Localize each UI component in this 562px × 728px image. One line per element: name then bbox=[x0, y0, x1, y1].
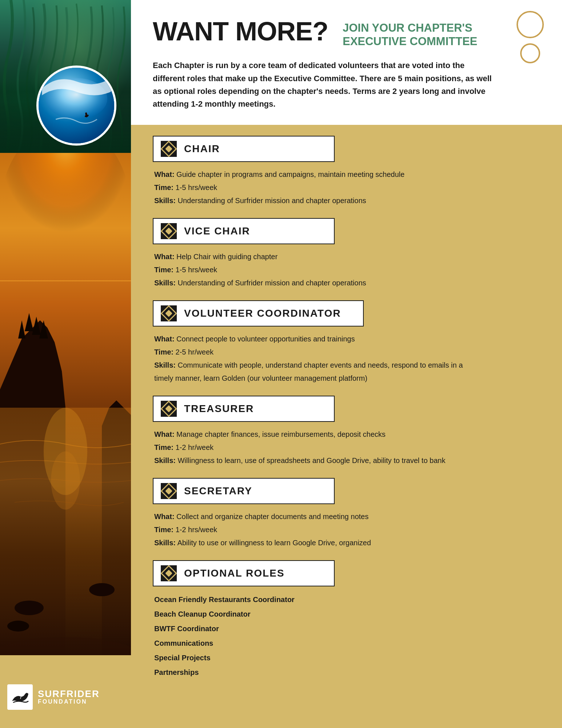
left-photo-panel: SURFRIDER FOUNDATION bbox=[0, 0, 131, 728]
role-treasurer-section: TREASURER What: Manage chapter finances,… bbox=[153, 396, 540, 467]
role-chair-header: CHAIR bbox=[153, 136, 335, 162]
role-vicechair-section: VICE CHAIR What: Help Chair with guiding… bbox=[153, 218, 540, 289]
role-optional-header: OPTIONAL ROLES bbox=[153, 560, 335, 586]
role-treasurer-skills-text: Willingness to learn, use of spreadsheet… bbox=[178, 456, 445, 464]
optional-role-4: Communications bbox=[154, 636, 540, 650]
title-sub-block: JOIN YOUR CHAPTER'S EXECUTIVE COMMITTEE bbox=[343, 18, 477, 48]
wave-circle-photo bbox=[36, 66, 116, 146]
role-chair-time: Time: 1-5 hrs/week bbox=[154, 181, 540, 194]
what-label: What: bbox=[154, 170, 175, 178]
role-vicechair-what-text: Help Chair with guiding chapter bbox=[176, 253, 278, 261]
role-secretary-header: SECRETARY bbox=[153, 478, 335, 504]
role-optional-section: OPTIONAL ROLES Ocean Friendly Restaurant… bbox=[153, 560, 540, 680]
logo-surfrider-text: SURFRIDER bbox=[38, 689, 100, 699]
role-secretary-skills-text: Ability to use or willingness to learn G… bbox=[177, 539, 371, 547]
role-vicechair-title: VICE CHAIR bbox=[184, 225, 250, 237]
svg-point-18 bbox=[7, 621, 29, 632]
optional-roles-list: Ocean Friendly Restaurants Coordinator B… bbox=[153, 592, 540, 680]
header-row: WANT MORE? JOIN YOUR CHAPTER'S EXECUTIVE… bbox=[153, 18, 540, 48]
role-treasurer-header: TREASURER bbox=[153, 396, 335, 422]
role-secretary-details: What: Collect and organize chapter docum… bbox=[153, 510, 540, 549]
role-chair-icon bbox=[161, 141, 177, 157]
role-volcoord-what-text: Connect people to volunteer opportunitie… bbox=[176, 335, 355, 343]
role-vicechair-skills-text: Understanding of Surfrider mission and c… bbox=[178, 279, 366, 287]
role-secretary-title: SECRETARY bbox=[184, 485, 252, 497]
role-vicechair-details: What: Help Chair with guiding chapter Ti… bbox=[153, 250, 540, 289]
role-secretary-section: SECRETARY What: Collect and organize cha… bbox=[153, 478, 540, 549]
sunset-background bbox=[0, 153, 131, 655]
svg-point-17 bbox=[15, 601, 44, 615]
intro-text: Each Chapter is run by a core team of de… bbox=[153, 59, 498, 110]
role-secretary-what-text: Collect and organize chapter documents a… bbox=[176, 513, 368, 521]
role-vicechair-time-text: 1-5 hrs/week bbox=[176, 266, 218, 274]
role-treasurer-details: What: Manage chapter finances, issue rei… bbox=[153, 428, 540, 467]
role-optional-title: OPTIONAL ROLES bbox=[184, 567, 284, 579]
optional-role-2: Beach Cleanup Coordinator bbox=[154, 607, 540, 621]
circle-decoration-2 bbox=[520, 43, 540, 63]
circle-decoration-1 bbox=[517, 11, 544, 38]
role-volcoord-header: VOLUNTEER COORDINATOR bbox=[153, 300, 364, 327]
role-treasurer-title: TREASURER bbox=[184, 403, 254, 415]
surfrider-logo-area: SURFRIDER FOUNDATION bbox=[7, 684, 100, 710]
role-chair-time-text: 1-5 hrs/week bbox=[176, 183, 218, 191]
role-secretary-time-text: 1-2 hrs/week bbox=[176, 526, 218, 534]
role-chair-what-text: Guide chapter in programs and campaigns,… bbox=[176, 170, 404, 178]
optional-role-1: Ocean Friendly Restaurants Coordinator bbox=[154, 592, 540, 607]
title-main: WANT MORE? bbox=[153, 18, 328, 44]
role-volcoord-section: VOLUNTEER COORDINATOR What: Connect peop… bbox=[153, 300, 540, 385]
svg-point-19 bbox=[89, 583, 115, 596]
role-vicechair-icon bbox=[161, 223, 177, 239]
role-volcoord-time-text: 2-5 hr/week bbox=[176, 348, 214, 356]
role-chair-details: What: Guide chapter in programs and camp… bbox=[153, 168, 540, 207]
role-volcoord-skills-text: Communicate with people, understand chap… bbox=[154, 361, 463, 382]
role-chair-skills: Skills: Understanding of Surfrider missi… bbox=[154, 194, 540, 207]
optional-role-5: Special Projects bbox=[154, 650, 540, 665]
decorative-circles bbox=[517, 11, 544, 63]
svg-point-16 bbox=[51, 451, 80, 510]
optional-role-3: BWTF Coordinator bbox=[154, 621, 540, 636]
optional-role-6: Partnerships bbox=[154, 665, 540, 680]
role-chair-what: What: Guide chapter in programs and camp… bbox=[154, 168, 540, 181]
role-vicechair-header: VICE CHAIR bbox=[153, 218, 335, 244]
logo-foundation-text: FOUNDATION bbox=[38, 699, 100, 705]
logo-text: SURFRIDER FOUNDATION bbox=[38, 689, 100, 705]
role-treasurer-icon bbox=[161, 401, 177, 417]
top-white-section: WANT MORE? JOIN YOUR CHAPTER'S EXECUTIVE… bbox=[131, 0, 562, 125]
logo-icon bbox=[7, 684, 33, 710]
role-chair-title: CHAIR bbox=[184, 143, 220, 155]
title-sub-line1: JOIN YOUR CHAPTER'S bbox=[343, 21, 477, 35]
role-treasurer-time-text: 1-2 hr/week bbox=[176, 443, 214, 451]
role-volcoord-title: VOLUNTEER COORDINATOR bbox=[184, 308, 341, 319]
time-label: Time: bbox=[154, 183, 174, 191]
svg-rect-7 bbox=[0, 280, 131, 281]
right-content-panel: WANT MORE? JOIN YOUR CHAPTER'S EXECUTIVE… bbox=[131, 0, 562, 728]
role-secretary-icon bbox=[161, 483, 177, 499]
role-chair-section: CHAIR What: Guide chapter in programs an… bbox=[153, 136, 540, 207]
role-volcoord-icon bbox=[161, 305, 177, 321]
role-treasurer-what-text: Manage chapter finances, issue reimburse… bbox=[176, 430, 386, 438]
role-volcoord-details: What: Connect people to volunteer opport… bbox=[153, 332, 540, 385]
title-sub-line2: EXECUTIVE COMMITTEE bbox=[343, 35, 477, 48]
role-chair-skills-text: Understanding of Surfrider mission and c… bbox=[178, 197, 366, 205]
role-optional-icon bbox=[161, 565, 177, 581]
skills-label: Skills: bbox=[154, 197, 176, 205]
content-area: CHAIR What: Guide chapter in programs an… bbox=[131, 125, 562, 705]
